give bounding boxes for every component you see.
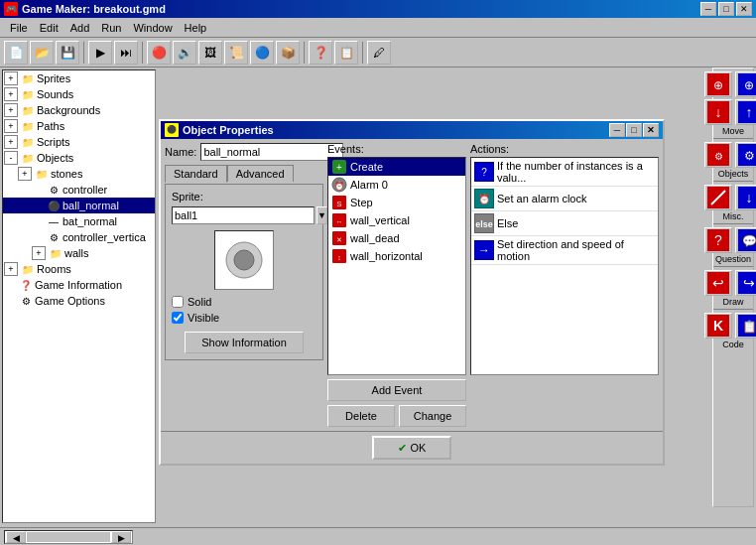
event-wall-dead[interactable]: ✕ wall_dead	[328, 229, 465, 247]
event-alarm0[interactable]: ⏰ Alarm 0	[328, 176, 465, 194]
tree-game-info[interactable]: ❓ Game Information	[3, 277, 155, 293]
svg-text:↩: ↩	[712, 275, 724, 291]
toolbar-help[interactable]: ❓	[309, 41, 332, 65]
svg-text:?: ?	[481, 167, 487, 178]
sprite-input[interactable]	[172, 206, 315, 224]
expand-rooms[interactable]: +	[4, 262, 18, 276]
expand-paths[interactable]: +	[4, 119, 18, 133]
move-btn-4[interactable]: ↑	[735, 99, 757, 125]
move-btn-3[interactable]: ↓	[704, 99, 732, 125]
svg-text:else: else	[475, 219, 493, 229]
menu-edit[interactable]: Edit	[34, 20, 64, 36]
action-else[interactable]: else Else	[471, 211, 658, 236]
code-btn-2[interactable]: 📋	[735, 313, 757, 339]
toolbar-room[interactable]: 📦	[276, 41, 300, 65]
tree-bat-normal[interactable]: — bat_normal	[3, 213, 155, 229]
draw-btn-2[interactable]: ↪	[735, 270, 757, 296]
q-btn-2[interactable]: 💬	[735, 227, 757, 253]
tree-backgrounds[interactable]: + 📁 Backgrounds	[3, 102, 155, 118]
dialog-minimize[interactable]: ─	[609, 123, 625, 137]
expand-scripts[interactable]: +	[4, 135, 18, 149]
tree-sounds[interactable]: + 📁 Sounds	[3, 86, 155, 102]
scrollbar-area[interactable]: ◀ ▶	[4, 530, 133, 544]
sprite-browse-button[interactable]: ▼	[316, 206, 327, 224]
toolbar-bg[interactable]: 🖼	[198, 41, 222, 65]
add-event-button[interactable]: Add Event	[327, 379, 466, 401]
visible-checkbox[interactable]	[172, 312, 184, 324]
tree-game-options[interactable]: ⚙ Game Options	[3, 293, 155, 309]
right-action-bar: ⊕ ⊕ ↓ ↑ Move ⚙	[712, 68, 754, 507]
event-alarm-icon: ⏰	[331, 177, 347, 193]
expand-backgrounds[interactable]: +	[4, 103, 18, 117]
event-wall-v[interactable]: ↔ wall_vertical	[328, 211, 465, 229]
svg-point-1	[234, 250, 254, 270]
event-create[interactable]: + Create	[328, 158, 465, 176]
svg-text:↑: ↑	[745, 104, 752, 120]
menu-run[interactable]: Run	[95, 20, 127, 36]
dialog-maximize[interactable]: □	[626, 123, 642, 137]
expand-sprites[interactable]: +	[4, 71, 18, 85]
close-button[interactable]: ✕	[736, 2, 752, 16]
tree-ball-normal[interactable]: ⚫ ball_normal	[3, 198, 155, 213]
draw-btn-1[interactable]: ↩	[704, 270, 732, 296]
tree-controller[interactable]: ⚙ controller	[3, 182, 155, 198]
event-step[interactable]: S Step	[328, 194, 465, 211]
toolbar-path[interactable]: 📜	[224, 41, 248, 65]
move-btn-1[interactable]: ⊕	[704, 71, 732, 97]
tree-objects[interactable]: - 📁 Objects	[3, 150, 155, 166]
ok-button[interactable]: ✔ OK	[372, 436, 451, 460]
events-list[interactable]: + Create ⏰ Alarm 0 S	[327, 157, 466, 375]
dialog-title-text: Object Properties	[183, 124, 274, 136]
menu-help[interactable]: Help	[179, 20, 213, 36]
dialog-close[interactable]: ✕	[643, 123, 659, 137]
action-if-instances[interactable]: ? If the number of instances is a valu..…	[471, 158, 658, 187]
scroll-right-btn[interactable]: ▶	[111, 531, 131, 543]
menu-window[interactable]: Window	[127, 20, 178, 36]
show-info-button[interactable]: Show Information	[185, 332, 304, 353]
minimize-button[interactable]: ─	[700, 2, 716, 16]
expand-walls[interactable]: +	[32, 246, 46, 260]
toolbar-save[interactable]: 💾	[56, 41, 79, 65]
delete-event-button[interactable]: Delete	[327, 405, 395, 427]
toolbar-runfast[interactable]: ⏭	[114, 41, 138, 65]
misc-btn-2[interactable]: ↓	[735, 185, 757, 210]
toolbar-object[interactable]: 🔵	[250, 41, 274, 65]
change-event-button[interactable]: Change	[399, 405, 466, 427]
menu-add[interactable]: Add	[64, 20, 96, 36]
menu-file[interactable]: File	[4, 20, 34, 36]
move-btn-2[interactable]: ⊕	[735, 71, 757, 97]
toolbar-pencil[interactable]: 🖊	[367, 41, 391, 65]
obj-btn-2[interactable]: ⚙	[735, 142, 757, 168]
q-btn-1[interactable]: ?	[704, 227, 732, 253]
toolbar-sprite[interactable]: 🔴	[147, 41, 171, 65]
expand-objects[interactable]: -	[4, 151, 18, 165]
tree-controller-v[interactable]: ⚙ controller_vertica	[3, 229, 155, 245]
tree-stones[interactable]: + 📁 stones	[3, 166, 155, 182]
expand-sounds[interactable]: +	[4, 87, 18, 101]
folder-icon-rooms: 📁	[21, 262, 35, 276]
action-alarm[interactable]: ⏰ Set an alarm clock	[471, 187, 658, 211]
maximize-button[interactable]: □	[718, 2, 734, 16]
tab-advanced[interactable]: Advanced	[227, 165, 294, 182]
toolbar-open[interactable]: 📂	[30, 41, 54, 65]
tree-walls[interactable]: + 📁 walls	[3, 245, 155, 261]
obj-btn-1[interactable]: ⚙	[704, 142, 732, 168]
code-btn-1[interactable]: K	[704, 313, 732, 339]
scroll-left-btn[interactable]: ◀	[6, 531, 26, 543]
toolbar-sound[interactable]: 🔊	[173, 41, 196, 65]
toolbar-run[interactable]: ▶	[88, 41, 112, 65]
tab-standard[interactable]: Standard	[165, 165, 227, 183]
tree-paths[interactable]: + 📁 Paths	[3, 118, 155, 134]
name-input[interactable]	[200, 143, 343, 161]
misc-btn-1[interactable]	[704, 185, 732, 210]
tree-sprites[interactable]: + 📁 Sprites	[3, 70, 155, 86]
event-wall-h[interactable]: ↕ wall_horizontal	[328, 247, 465, 265]
tree-rooms[interactable]: + 📁 Rooms	[3, 261, 155, 277]
expand-stones[interactable]: +	[18, 167, 32, 181]
tree-scripts[interactable]: + 📁 Scripts	[3, 134, 155, 150]
actions-list[interactable]: ? If the number of instances is a valu..…	[470, 157, 659, 375]
solid-checkbox[interactable]	[172, 296, 184, 308]
action-motion[interactable]: → Set direction and speed of motion	[471, 236, 658, 265]
toolbar-list[interactable]: 📋	[334, 41, 358, 65]
toolbar-new[interactable]: 📄	[4, 41, 28, 65]
